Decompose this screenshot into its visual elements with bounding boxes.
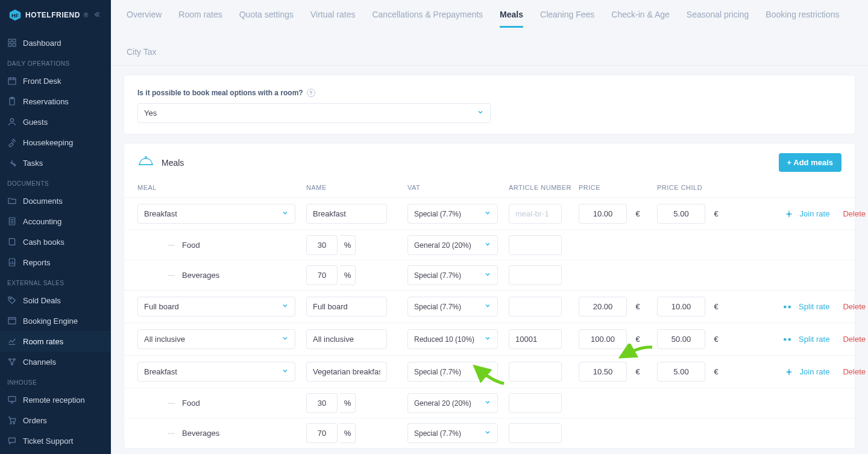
join-rate-link[interactable]: Join rate: [800, 367, 830, 376]
sidebar-item-reports[interactable]: Reports: [0, 252, 111, 273]
tab-booking-restrictions[interactable]: Booking restrictions: [766, 7, 839, 28]
booking-question-select[interactable]: Yes: [137, 103, 491, 123]
tab-cleaning-fees[interactable]: Cleaning Fees: [540, 7, 594, 28]
add-meals-button[interactable]: + Add meals: [779, 153, 841, 172]
sidebar-item-documents[interactable]: Documents: [0, 191, 111, 211]
help-icon[interactable]: ?: [307, 89, 315, 97]
sidebar-item-tasks[interactable]: Tasks: [0, 153, 111, 173]
tab-cancellations-prepayments[interactable]: Cancellations & Prepayments: [372, 7, 483, 28]
sidebar-item-ticket-support[interactable]: Ticket Support: [0, 430, 111, 451]
sub-percent-input[interactable]: [306, 265, 338, 285]
sub-article-input[interactable]: [509, 393, 562, 413]
meal-type-select[interactable]: Breakfast: [137, 362, 295, 382]
tab-check-in-age[interactable]: Check-in & Age: [611, 7, 670, 28]
user-icon: [7, 117, 17, 127]
price-child-input[interactable]: [657, 329, 705, 349]
vat-select[interactable]: Special (7.7%): [407, 297, 498, 317]
split-rate-link[interactable]: Split rate: [799, 302, 829, 311]
sub-percent-input[interactable]: [306, 393, 338, 413]
monitor-icon: [7, 395, 17, 405]
chevron-down-icon: [484, 209, 491, 218]
meal-name-input[interactable]: [306, 362, 387, 382]
sidebar-item-label: Accounting: [23, 217, 61, 226]
price-child-input[interactable]: [657, 297, 705, 317]
sidebar-item-remote-reception[interactable]: Remote reception: [0, 389, 111, 410]
sub-percent-input[interactable]: [306, 423, 338, 443]
meal-row: Breakfast Special (7.7%) € € Join rate D…: [124, 197, 855, 230]
svg-point-31: [10, 423, 11, 424]
book-icon: [7, 237, 17, 247]
vat-select[interactable]: Special (7.7%): [407, 204, 498, 224]
sidebar-item-room-rates[interactable]: Room rates: [0, 331, 111, 352]
sidebar-item-label: Cash books: [23, 238, 64, 247]
tab-seasonal-pricing[interactable]: Seasonal pricing: [687, 7, 749, 28]
main: OverviewRoom ratesQuota settingsVirtual …: [111, 0, 868, 454]
sidebar-item-dashboard[interactable]: Dashboard: [0, 33, 111, 53]
tab-quota-settings[interactable]: Quota settings: [239, 7, 294, 28]
meal-type-select[interactable]: All inclusive: [137, 329, 295, 349]
tab-city-tax[interactable]: City Tax: [127, 45, 157, 65]
sub-percent-input[interactable]: [306, 235, 338, 255]
vat-select[interactable]: Reduced 10 (10%): [407, 329, 498, 349]
delete-link[interactable]: Delete: [843, 335, 866, 344]
col-article: ARTICLE NUMBER: [509, 184, 579, 191]
tab-overview[interactable]: Overview: [127, 7, 162, 28]
chevron-down-icon: [281, 335, 289, 344]
meal-name-input[interactable]: [306, 329, 387, 349]
sidebar-item-reservations[interactable]: Reservations: [0, 91, 111, 112]
meal-row: Breakfast Special (7.7%) € € Join rate D…: [124, 355, 855, 388]
vat-select[interactable]: Special (7.7%): [407, 362, 498, 382]
price-child-input[interactable]: [657, 204, 705, 224]
delete-link[interactable]: Delete: [843, 367, 866, 376]
clipboard-icon: [7, 96, 17, 106]
sub-article-input[interactable]: [509, 265, 562, 285]
price-child-input[interactable]: [657, 362, 705, 382]
price-input[interactable]: [579, 297, 627, 317]
split-rate-link[interactable]: Split rate: [799, 335, 829, 344]
meal-name-input[interactable]: [306, 297, 387, 317]
sub-vat-select[interactable]: General 20 (20%): [407, 235, 498, 255]
article-input[interactable]: [509, 297, 562, 317]
sub-article-input[interactable]: [509, 235, 562, 255]
chevron-down-icon: [477, 109, 484, 118]
tab-virtual-rates[interactable]: Virtual rates: [310, 7, 355, 28]
sidebar-item-orders[interactable]: Orders: [0, 410, 111, 430]
brand-name: HOTELFRIEND: [25, 11, 80, 19]
meal-sub-row: Food % General 20 (20%): [124, 230, 855, 260]
folder-icon: [7, 196, 17, 206]
delete-link[interactable]: Delete: [843, 209, 866, 218]
cloche-icon: [137, 154, 154, 171]
meal-type-select[interactable]: Full board: [137, 297, 295, 317]
article-input[interactable]: [509, 362, 562, 382]
price-input[interactable]: [579, 329, 627, 349]
price-input[interactable]: [579, 362, 627, 382]
sidebar-item-accounting[interactable]: Accounting: [0, 211, 111, 232]
sub-vat-select[interactable]: Special (7.7%): [407, 423, 498, 443]
join-rate-icon: [784, 209, 794, 219]
sub-vat-select[interactable]: Special (7.7%): [407, 265, 498, 285]
tab-meals[interactable]: Meals: [500, 7, 523, 28]
sidebar-item-label: Ticket Support: [23, 437, 73, 446]
join-rate-link[interactable]: Join rate: [800, 209, 830, 218]
article-input[interactable]: [509, 329, 562, 349]
sidebar-collapse-icon[interactable]: [94, 10, 102, 20]
sub-vat-select[interactable]: General 20 (20%): [407, 393, 498, 413]
sidebar-item-guests[interactable]: Guests: [0, 112, 111, 132]
chevron-down-icon: [484, 271, 491, 280]
sidebar-item-label: Channels: [23, 358, 56, 367]
price-input[interactable]: [579, 204, 627, 224]
sidebar-item-front-desk[interactable]: Front Desk: [0, 71, 111, 91]
sidebar-item-booking-engine[interactable]: Booking Engine: [0, 311, 111, 331]
meal-name-input[interactable]: [306, 204, 387, 224]
sidebar-item-cash-books[interactable]: Cash books: [0, 232, 111, 252]
sidebar-item-sold-deals[interactable]: Sold Deals: [0, 290, 111, 311]
delete-link[interactable]: Delete: [843, 302, 866, 311]
meal-type-select[interactable]: Breakfast: [137, 204, 295, 224]
sidebar-item-housekeeping[interactable]: Housekeeping: [0, 132, 111, 153]
article-input[interactable]: [509, 204, 562, 224]
brand-logo[interactable]: HF HOTELFRIEND®: [8, 8, 88, 22]
tab-room-rates[interactable]: Room rates: [178, 7, 222, 28]
sub-article-input[interactable]: [509, 423, 562, 443]
currency-symbol: €: [629, 209, 646, 218]
sidebar-item-channels[interactable]: Channels: [0, 352, 111, 372]
